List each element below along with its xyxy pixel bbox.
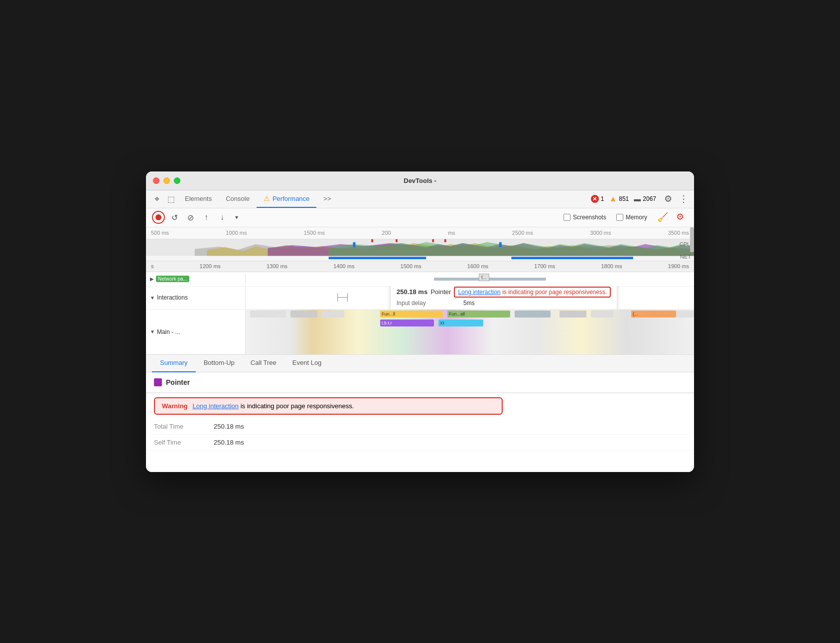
svg-rect-7 — [353, 242, 356, 247]
tab-bottom-up[interactable]: Bottom-Up — [196, 354, 243, 372]
pointer-color-swatch — [154, 378, 162, 386]
error-icon: ✕ — [591, 195, 599, 203]
svg-rect-1 — [329, 257, 426, 259]
clear-button[interactable]: ⊘ — [184, 211, 197, 224]
maximize-button[interactable] — [174, 177, 180, 184]
summary-title: Pointer — [166, 378, 190, 386]
screenshots-checkbox[interactable]: Screenshots — [563, 214, 606, 221]
minimize-button[interactable] — [163, 177, 170, 184]
net-label: NET — [680, 254, 691, 260]
tab-event-log[interactable]: Event Log — [284, 354, 330, 372]
self-time-row: Self Time 250.18 ms — [146, 435, 694, 451]
svg-rect-5 — [432, 239, 434, 242]
device-toggle-icon[interactable]: ⬚ — [164, 192, 178, 206]
settings-icon[interactable]: ⚙ — [662, 191, 674, 206]
flame-strip-6 — [591, 311, 613, 318]
warning-label: Warning — [162, 402, 188, 410]
tooltip-title-row: 250.18 ms Pointer Long interaction is in… — [397, 287, 611, 298]
screenshots-cb-box[interactable] — [563, 214, 570, 221]
tab-bar: ⌖ ⬚ Elements Console ⚠ Performance >> ✕ … — [146, 190, 694, 208]
warning-icon: ⚠ — [264, 194, 270, 202]
error-badge: ✕ 1 — [591, 195, 604, 203]
dropdown-button[interactable]: ▾ — [232, 211, 242, 224]
flame-strip-4 — [515, 311, 551, 318]
track-area: ▶ Network pa... t... ▼ Interactions ├─┤ — [146, 272, 694, 354]
bottom-tabs: Summary Bottom-Up Call Tree Event Log — [146, 354, 694, 372]
titlebar: DevTools - — [146, 171, 694, 190]
flame-strip-3 — [322, 311, 344, 318]
svg-rect-6 — [444, 239, 446, 242]
flame-strip-1 — [250, 311, 286, 318]
tab-call-tree[interactable]: Call Tree — [243, 354, 284, 372]
total-time-label: Total Time — [154, 423, 214, 430]
svg-rect-4 — [396, 239, 398, 242]
broom-icon[interactable]: 🧹 — [657, 212, 668, 223]
flame-strip-xt[interactable]: Xt — [438, 320, 483, 326]
flame-strip-2 — [290, 311, 317, 318]
interactions-track: ▼ Interactions ├─┤ Pointer 250.18 ms — [146, 287, 694, 310]
tooltip-time: 250.18 ms — [397, 288, 427, 296]
svg-rect-2 — [511, 257, 633, 259]
flame-strip-fun-all[interactable]: Fun...all — [447, 311, 510, 318]
flame-strip-ellipsis[interactable]: (... — [631, 311, 676, 318]
record-button[interactable] — [152, 211, 165, 224]
self-time-label: Self Time — [154, 439, 214, 446]
summary-panel: Pointer Warning Long interaction is indi… — [146, 372, 694, 472]
summary-header: Pointer — [146, 372, 694, 393]
memory-checkbox[interactable]: Memory — [616, 214, 647, 221]
performance-settings-icon[interactable]: ⚙ — [676, 211, 688, 223]
main-track-content: Fun...ll Fun...all t.b.t.r Xt (... — [246, 310, 694, 354]
flame-strip-5 — [560, 311, 586, 318]
network-arrow-icon: ▶ — [150, 276, 154, 282]
tooltip-warning-box: Long interaction is indicating poor page… — [454, 287, 611, 298]
tab-summary[interactable]: Summary — [152, 354, 196, 372]
more-options-icon[interactable]: ⋮ — [677, 191, 690, 206]
interaction-tick: ├─┤ — [335, 293, 350, 301]
tab-console[interactable]: Console — [219, 190, 257, 208]
svg-rect-3 — [371, 239, 373, 242]
warning-banner: Warning Long interaction is indicating p… — [154, 397, 503, 415]
flame-strip-fun-ll[interactable]: Fun...ll — [380, 311, 443, 318]
cpu-chart-svg — [146, 239, 694, 261]
tooltip-event-name: Pointer — [430, 288, 451, 296]
network-badge: Network pa... — [156, 276, 189, 282]
upload-button[interactable]: ↑ — [200, 211, 213, 224]
close-button[interactable] — [153, 177, 159, 184]
scrollbar[interactable] — [690, 227, 694, 252]
download-button[interactable]: ↓ — [216, 211, 229, 224]
network-track: ▶ Network pa... t... — [146, 272, 694, 287]
self-time-value: 250.18 ms — [214, 439, 244, 446]
info-badge: ▬ 2067 — [634, 195, 656, 203]
network-track-content: t... — [246, 272, 694, 286]
record-toolbar: ↺ ⊘ ↑ ↓ ▾ Screenshots Memory 🧹 ⚙ — [146, 208, 694, 227]
timeline-ruler-zoomed: s 1200 ms 1300 ms 1400 ms 1500 ms 1600 m… — [146, 261, 694, 272]
tab-more[interactable]: >> — [316, 190, 338, 208]
timeline-overview: 500 ms 1000 ms 1500 ms 200 ms 2500 ms 30… — [146, 227, 694, 354]
inspector-icon[interactable]: ⌖ — [150, 192, 164, 206]
total-time-value: 250.18 ms — [214, 423, 244, 430]
timeline-ruler-top: 500 ms 1000 ms 1500 ms 200 ms 2500 ms 30… — [146, 227, 694, 239]
t-marker: t... — [479, 274, 489, 281]
tooltip-processing-time-row: Processing time 184ms — [397, 308, 611, 309]
cpu-net-chart: CPU NET — [146, 239, 694, 261]
tooltip-input-delay-row: Input delay 5ms — [397, 300, 611, 307]
main-arrow-icon: ▼ — [150, 329, 155, 334]
interactions-track-content: ├─┤ Pointer 250.18 ms Pointer Long inter… — [246, 286, 694, 309]
reload-button[interactable]: ↺ — [168, 211, 181, 224]
svg-rect-8 — [499, 242, 502, 247]
tab-elements[interactable]: Elements — [178, 190, 219, 208]
summary-warning-link[interactable]: Long interaction — [193, 402, 239, 410]
warning-badge: ▲ 851 — [609, 194, 629, 203]
main-track: ▼ Main - ... Fun...ll Fun...all t.b.t.r … — [146, 310, 694, 354]
tab-performance[interactable]: ⚠ Performance — [257, 190, 316, 208]
tooltip-warning-link[interactable]: Long interaction — [458, 289, 500, 296]
network-track-label: ▶ Network pa... — [146, 274, 246, 284]
ruler-marks-top: 500 ms 1000 ms 1500 ms 200 ms 2500 ms 30… — [146, 230, 694, 236]
memory-cb-box[interactable] — [616, 214, 623, 221]
summary-warning-text: is indicating poor page responsiveness. — [241, 402, 354, 410]
window-title: DevTools - — [404, 177, 436, 184]
triangle-warning-icon: ▲ — [609, 194, 617, 203]
interactions-track-label: ▼ Interactions — [146, 286, 246, 309]
flame-strip-tbtr[interactable]: t.b.t.r — [380, 320, 434, 326]
interaction-tooltip: 250.18 ms Pointer Long interaction is in… — [390, 286, 617, 309]
